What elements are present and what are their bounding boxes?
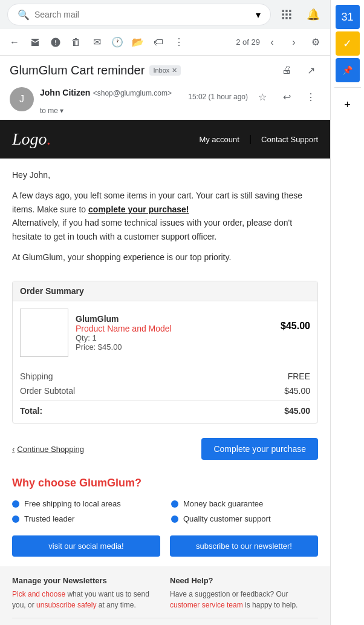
search-dropdown-icon[interactable]: ▾ <box>256 9 261 21</box>
prev-page-button[interactable]: ‹ <box>262 33 282 52</box>
product-qty: Qty: 1 <box>76 333 273 342</box>
svg-rect-4 <box>285 13 287 15</box>
email-logo-bar: Logo. My account | Contact Support <box>0 120 330 159</box>
sidebar-tasks-icon[interactable]: ✓ <box>336 31 360 56</box>
settings-button[interactable]: ⚙ <box>306 33 325 52</box>
open-new-button[interactable]: ↗ <box>301 61 320 80</box>
why-grid: Free shipping to local areas Money back … <box>12 499 318 523</box>
search-bar[interactable]: 🔍 ▾ <box>7 4 271 25</box>
next-page-button[interactable]: › <box>284 33 304 52</box>
newsletter-text: Pick and choose what you want us to send… <box>12 589 160 610</box>
archive-button[interactable] <box>25 33 45 52</box>
why-title: Why choose GlumGlum? <box>12 477 318 489</box>
action-row: ‹ Continue Shopping Complete your purcha… <box>0 431 330 467</box>
more-options-button[interactable]: ⋮ <box>301 87 320 106</box>
logo-nav: My account | Contact Support <box>199 134 318 145</box>
label-button[interactable]: 🏷 <box>149 33 168 52</box>
help-text: Have a suggestion or feedback? Our custo… <box>170 589 318 610</box>
cta-link[interactable]: complete your purchase! <box>88 205 189 214</box>
sidebar-plus-icon[interactable]: + <box>336 93 360 117</box>
print-button[interactable]: 🖨 <box>277 61 296 80</box>
footer-help-col: Need Help? Have a suggestion or feedback… <box>170 576 318 610</box>
svg-rect-0 <box>282 10 284 12</box>
email-button[interactable]: ✉ <box>87 33 106 52</box>
product-brand: GlumGlum <box>76 314 273 324</box>
why-item-3: Trusted leader <box>12 514 159 523</box>
reply-button[interactable]: ↩ <box>277 87 296 106</box>
product-details: GlumGlum Product Name and Model Qty: 1 P… <box>76 314 273 352</box>
nav-separator: | <box>249 134 252 145</box>
snooze-button[interactable]: 🕐 <box>108 33 127 52</box>
social-media-button[interactable]: visit our social media! <box>12 535 160 557</box>
newsletter-title: Manage your Newsletters <box>12 576 160 585</box>
svg-rect-6 <box>282 17 284 19</box>
apps-icon[interactable] <box>277 5 296 24</box>
footer-bottom: We respect your privacy - see our privac… <box>12 618 318 625</box>
to-dropdown-icon[interactable]: ▾ <box>60 106 63 115</box>
continue-shopping-link[interactable]: ‹ Continue Shopping <box>12 445 84 454</box>
page-nav: 2 of 29 <box>236 38 260 47</box>
star-button[interactable]: ☆ <box>253 87 272 106</box>
move-button[interactable]: 📂 <box>128 33 148 52</box>
why-label-1: Free shipping to local areas <box>24 499 121 508</box>
top-bar: 🔍 ▾ 🔔 <box>0 0 330 29</box>
why-label-3: Trusted leader <box>24 514 74 523</box>
complete-purchase-button[interactable]: Complete your purchase <box>201 438 318 460</box>
body-paragraph-1: A few days ago, you left some items in y… <box>12 189 318 243</box>
footer-grid: Manage your Newsletters Pick and choose … <box>12 576 318 610</box>
bullet-4 <box>171 515 178 523</box>
help-title: Need Help? <box>170 576 318 585</box>
top-bar-icons: 🔔 <box>277 5 323 24</box>
order-summary: Order Summary GlumGlum Product Name and … <box>12 281 318 424</box>
footer-newsletter-col: Manage your Newsletters Pick and choose … <box>12 576 160 610</box>
why-label-2: Money back guarantee <box>183 499 263 508</box>
sender-meta: John Citizen <shop@glumglum.com> 15:02 (… <box>40 87 320 106</box>
why-item-2: Money back guarantee <box>171 499 318 508</box>
back-button[interactable]: ← <box>5 33 24 52</box>
why-item-1: Free shipping to local areas <box>12 499 159 508</box>
inbox-badge: Inbox ✕ <box>149 65 181 76</box>
svg-rect-3 <box>282 13 284 15</box>
bullet-2 <box>171 500 178 508</box>
svg-rect-2 <box>289 10 291 12</box>
why-section: Why choose GlumGlum? Free shipping to lo… <box>0 467 330 566</box>
cta-row: visit our social media! subscribe to our… <box>12 535 318 557</box>
sender-row: J John Citizen <shop@glumglum.com> 15:02… <box>0 82 330 120</box>
badge-close[interactable]: ✕ <box>172 67 177 74</box>
sidebar-keep-icon[interactable]: 📌 <box>336 58 360 82</box>
pick-choose-link[interactable]: Pick and choose <box>12 590 65 598</box>
email-body: Hey John, A few days ago, you left some … <box>0 159 330 281</box>
sender-name: John Citizen <box>40 88 90 97</box>
sender-email: <shop@glumglum.com> <box>93 89 172 97</box>
subtotal-row: Order Subtotal $45.00 <box>20 384 310 398</box>
customer-service-link[interactable]: customer service team <box>170 601 243 609</box>
header-icons: 🖨 ↗ <box>277 61 320 80</box>
sidebar-calendar-icon[interactable]: 31 <box>336 5 360 29</box>
bullet-1 <box>12 500 19 508</box>
order-item: GlumGlum Product Name and Model Qty: 1 P… <box>13 301 317 364</box>
product-price-value: $45.00 <box>281 309 310 332</box>
report-button[interactable] <box>46 33 65 52</box>
product-image <box>20 309 68 357</box>
more-button[interactable]: ⋮ <box>169 33 189 52</box>
newsletter-button[interactable]: subscribe to our newsletter! <box>170 535 318 557</box>
delete-button[interactable]: 🗑 <box>67 33 86 52</box>
body-paragraph-2: At GlumGlum, your shopping experience is… <box>12 250 318 264</box>
order-summary-title: Order Summary <box>13 281 317 301</box>
toolbar-right: 2 of 29 ‹ › ⚙ <box>236 33 325 52</box>
svg-rect-7 <box>285 17 287 19</box>
search-input[interactable] <box>34 10 251 19</box>
contact-support-link[interactable]: Contact Support <box>261 135 318 144</box>
my-account-link[interactable]: My account <box>199 135 239 144</box>
unsubscribe-link[interactable]: unsubscribe safely <box>36 601 96 609</box>
email-subject: GlumGlum Cart reminder <box>10 64 145 77</box>
bullet-3 <box>12 515 19 523</box>
notifications-icon[interactable]: 🔔 <box>304 5 323 24</box>
email-header: GlumGlum Cart reminder Inbox ✕ 🖨 ↗ <box>0 56 330 82</box>
product-name: Product Name and Model <box>76 324 273 333</box>
toolbar: ← 🗑 ✉ 🕐 📂 🏷 ⋮ 2 of 29 ‹ › ⚙ <box>0 29 330 56</box>
why-item-4: Quality customer support <box>171 514 318 523</box>
timestamp: 15:02 (1 hour ago) <box>188 93 248 101</box>
svg-rect-5 <box>289 13 291 15</box>
order-totals: Shipping FREE Order Subtotal $45.00 Tota… <box>13 364 317 423</box>
